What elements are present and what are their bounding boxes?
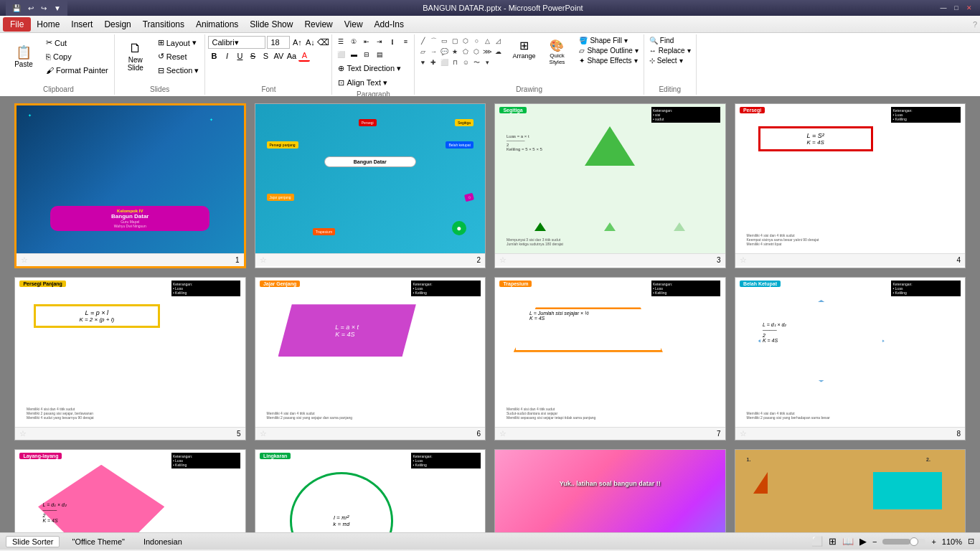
shape-cross[interactable]: ✚ xyxy=(428,57,438,67)
copy-button[interactable]: ⎘ Copy xyxy=(43,50,111,63)
maximize-button[interactable]: □ xyxy=(951,3,961,13)
status-tab-office-theme[interactable]: "Office Theme" xyxy=(65,536,131,547)
tab-addins[interactable]: Add-Ins xyxy=(369,18,410,31)
slide-star-7[interactable]: ☆ xyxy=(499,429,507,438)
view-slideshow-button[interactable]: ▶ xyxy=(859,536,867,547)
shape-right-triangle[interactable]: ◿ xyxy=(493,36,503,46)
clear-format-button[interactable]: ⌫ xyxy=(317,37,329,48)
shape-fill-button[interactable]: 🪣 Shape Fill ▾ xyxy=(577,36,640,45)
shadow-button[interactable]: S xyxy=(260,50,271,62)
columns-button[interactable]: ⫿ xyxy=(387,36,398,47)
numbering-button[interactable]: ① xyxy=(348,36,359,47)
slide-thumb-4[interactable]: Persegi Keterangan:• Luas• Keliling L = … xyxy=(735,103,966,268)
tab-view[interactable]: View xyxy=(339,18,369,31)
slide-thumb-10[interactable]: Lingkaran Keterangan:• Luas• Keliling l … xyxy=(255,449,486,532)
shape-oval[interactable]: ○ xyxy=(471,36,481,46)
tab-slideshow[interactable]: Slide Show xyxy=(244,18,298,31)
text-direction-button[interactable]: ⊕ Text Direction ▾ xyxy=(335,62,404,75)
shape-cylinder[interactable]: ⊓ xyxy=(450,57,460,67)
line-spacing-button[interactable]: ≡ xyxy=(400,36,411,47)
close-button[interactable]: ✕ xyxy=(964,3,974,13)
view-normal-button[interactable]: ⬜ xyxy=(811,536,823,547)
slide-thumb-7[interactable]: Trapesium Keterangan:• Luas• Keliling L … xyxy=(494,277,726,441)
align-text-button[interactable]: ⊡ Align Text ▾ xyxy=(335,76,390,89)
fit-slide-button[interactable]: ⊡ xyxy=(968,537,974,546)
slide-star-6[interactable]: ☆ xyxy=(260,429,267,438)
shape-chevron[interactable]: ⋙ xyxy=(482,47,492,57)
shape-cloud[interactable]: ☁ xyxy=(493,47,503,57)
shape-rounded-rect[interactable]: ▢ xyxy=(450,36,460,46)
shape-connector[interactable]: ⌒ xyxy=(428,36,438,46)
font-size-input[interactable]: 18 xyxy=(267,36,290,49)
undo-qa-button[interactable]: ↩ xyxy=(26,4,36,13)
slide-thumb-12[interactable]: 1. 2. Diketahui sebuah segitiga denganpa… xyxy=(735,449,966,532)
slide-thumb-1[interactable]: ✦ ✦ Kelompok IV Bangun Datar Guru Mapel … xyxy=(14,103,246,268)
shape-line[interactable]: ╱ xyxy=(418,36,428,46)
shape-parallelogram[interactable]: ▱ xyxy=(418,47,428,57)
tab-review[interactable]: Review xyxy=(298,18,338,31)
zoom-out-button[interactable]: − xyxy=(872,537,877,546)
shape-effects-button[interactable]: ✦ Shape Effects ▾ xyxy=(577,56,640,65)
shape-hexagon[interactable]: ⬡ xyxy=(471,47,481,57)
bullets-button[interactable]: ☰ xyxy=(335,36,347,47)
slide-thumb-5[interactable]: Persegi Panjang Keterangan:• Luas• Kelil… xyxy=(14,277,246,441)
shape-triangle[interactable]: △ xyxy=(482,36,492,46)
shape-cube[interactable]: ⬜ xyxy=(439,57,449,67)
minimize-button[interactable]: — xyxy=(938,3,948,13)
slide-star-8[interactable]: ☆ xyxy=(740,429,747,438)
shape-outline-button[interactable]: ▱ Shape Outline ▾ xyxy=(577,46,640,55)
paste-button[interactable]: 📋 Paste xyxy=(6,36,42,77)
char-spacing-button[interactable]: AV xyxy=(273,50,284,62)
section-button[interactable]: ⊟ Section ▾ xyxy=(155,64,202,77)
find-button[interactable]: 🔍 Find xyxy=(647,36,693,45)
slide-sorter[interactable]: ✦ ✦ Kelompok IV Bangun Datar Guru Mapel … xyxy=(0,96,980,532)
slide-thumb-2[interactable]: Bangun Datar Persegi Segitiga Persegi pa… xyxy=(255,103,486,268)
new-slide-button[interactable]: 🗋 New Slide xyxy=(118,36,154,77)
status-tab-language[interactable]: Indonesian xyxy=(137,536,189,547)
tab-animations[interactable]: Animations xyxy=(190,18,244,31)
cut-button[interactable]: ✂ Cut xyxy=(43,37,111,50)
shape-more[interactable]: ▾ xyxy=(482,57,492,67)
indent-increase-button[interactable]: ⇥ xyxy=(374,36,385,47)
shape-smiley[interactable]: ☺ xyxy=(461,57,471,67)
zoom-slider-thumb[interactable] xyxy=(910,537,918,546)
status-tab-slide-sorter[interactable]: Slide Sorter xyxy=(6,536,60,547)
arrange-button[interactable]: ⊞ Arrange xyxy=(508,36,540,77)
zoom-in-button[interactable]: + xyxy=(931,537,936,546)
indent-decrease-button[interactable]: ⇤ xyxy=(361,36,372,47)
replace-button[interactable]: ↔ Replace ▾ xyxy=(647,46,693,55)
redo-qa-button[interactable]: ↪ xyxy=(39,4,49,13)
justify-button[interactable]: ▤ xyxy=(374,49,385,60)
tab-home[interactable]: Home xyxy=(31,18,65,31)
slide-thumb-8[interactable]: Belah Ketupat Keterangan:• Luas• Kelilin… xyxy=(735,277,966,441)
strikethrough-button[interactable]: S xyxy=(247,50,258,62)
ribbon-help-button[interactable]: ? xyxy=(973,20,977,29)
shape-rect[interactable]: ▭ xyxy=(439,36,449,46)
increase-font-button[interactable]: A↑ xyxy=(291,37,303,48)
align-left-button[interactable]: ⬜ xyxy=(335,49,347,60)
bold-button[interactable]: B xyxy=(208,50,220,62)
view-sorter-button[interactable]: ⊞ xyxy=(829,536,837,547)
slide-star-1[interactable]: ☆ xyxy=(21,255,28,265)
slide-star-4[interactable]: ☆ xyxy=(740,255,747,265)
font-name-input[interactable]: Calibri ▾ xyxy=(208,36,265,49)
tab-design[interactable]: Design xyxy=(98,18,136,31)
underline-button[interactable]: U xyxy=(234,50,245,62)
save-qa-button[interactable]: 💾 xyxy=(10,4,23,13)
layout-button[interactable]: ⊞ Layout ▾ xyxy=(155,37,202,50)
slide-star-3[interactable]: ☆ xyxy=(499,255,507,265)
tab-file[interactable]: File xyxy=(3,17,31,32)
view-reading-button[interactable]: 📖 xyxy=(842,536,854,547)
tab-transitions[interactable]: Transitions xyxy=(137,18,190,31)
decrease-font-button[interactable]: A↓ xyxy=(304,37,316,48)
select-button[interactable]: ⊹ Select ▾ xyxy=(647,56,693,65)
shape-pentagon[interactable]: ⬠ xyxy=(461,47,471,57)
slide-star-2[interactable]: ☆ xyxy=(260,255,267,265)
change-case-button[interactable]: Aa xyxy=(286,50,297,62)
shape-heart[interactable]: ♥ xyxy=(418,57,428,67)
shape-callout[interactable]: 💬 xyxy=(439,47,449,57)
align-right-button[interactable]: ⊟ xyxy=(361,49,372,60)
slide-thumb-6[interactable]: Jajar Genjang Keterangan:• Luas• Kelilin… xyxy=(255,277,486,441)
italic-button[interactable]: I xyxy=(221,50,232,62)
shape-arrow[interactable]: → xyxy=(428,47,438,57)
